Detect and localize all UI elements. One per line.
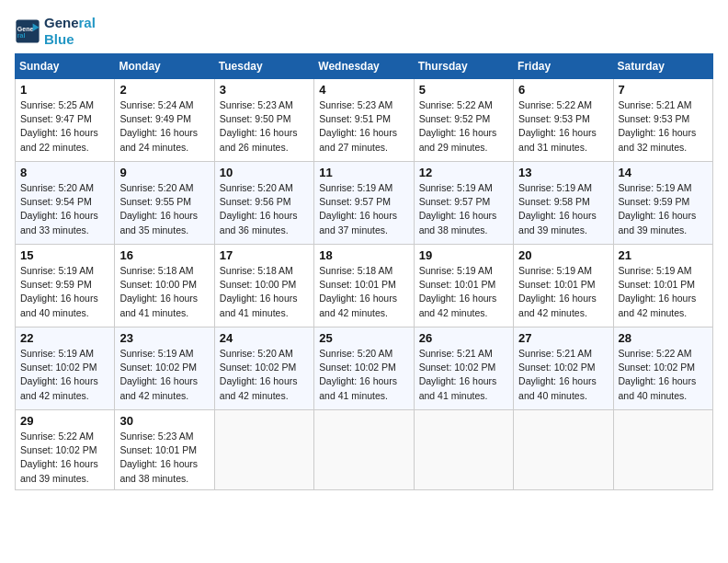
weekday-header: Saturday [613,54,712,79]
calendar-cell: 17 Sunrise: 5:18 AM Sunset: 10:00 PM Day… [214,245,313,327]
day-number: 5 [419,83,508,97]
day-number: 22 [20,331,109,345]
calendar-week-row: 29 Sunrise: 5:22 AM Sunset: 10:02 PM Day… [16,410,713,490]
weekday-header: Friday [514,54,613,79]
day-number: 28 [619,331,708,345]
calendar-cell [314,410,414,490]
day-info: Sunrise: 5:18 AM Sunset: 10:01 PM Daylig… [319,264,408,320]
day-info: Sunrise: 5:21 AM Sunset: 9:53 PM Dayligh… [619,98,708,155]
day-number: 2 [119,83,209,97]
calendar-cell: 11 Sunrise: 5:19 AM Sunset: 9:57 PM Dayl… [314,162,414,245]
weekday-header: Tuesday [214,54,313,79]
day-info: Sunrise: 5:22 AM Sunset: 9:53 PM Dayligh… [518,98,608,155]
day-number: 18 [319,248,408,262]
day-number: 14 [619,166,708,179]
day-number: 26 [419,331,508,345]
day-number: 13 [518,166,608,179]
logo-text: General Blue [44,15,96,48]
calendar: SundayMondayTuesdayWednesdayThursdayFrid… [15,53,713,490]
calendar-cell [214,410,313,490]
calendar-header-row: SundayMondayTuesdayWednesdayThursdayFrid… [16,54,713,79]
day-number: 15 [20,248,109,262]
calendar-cell: 26 Sunrise: 5:21 AM Sunset: 10:02 PM Day… [414,327,513,410]
day-number: 16 [119,248,209,262]
day-number: 21 [619,248,708,262]
weekday-header: Sunday [16,54,115,79]
day-info: Sunrise: 5:18 AM Sunset: 10:00 PM Daylig… [119,264,209,320]
svg-text:Gene: Gene [17,26,34,32]
day-number: 4 [319,83,408,97]
day-info: Sunrise: 5:23 AM Sunset: 9:50 PM Dayligh… [220,98,309,155]
day-number: 20 [518,248,608,262]
day-info: Sunrise: 5:22 AM Sunset: 10:02 PM Daylig… [20,430,109,486]
day-info: Sunrise: 5:19 AM Sunset: 10:01 PM Daylig… [419,264,508,320]
calendar-cell: 15 Sunrise: 5:19 AM Sunset: 9:59 PM Dayl… [16,245,115,327]
day-number: 7 [619,83,708,97]
calendar-cell: 10 Sunrise: 5:20 AM Sunset: 9:56 PM Dayl… [214,162,313,245]
day-info: Sunrise: 5:24 AM Sunset: 9:49 PM Dayligh… [119,98,209,155]
header: Gene ral General Blue [15,15,713,48]
day-info: Sunrise: 5:22 AM Sunset: 10:02 PM Daylig… [619,347,708,403]
day-info: Sunrise: 5:19 AM Sunset: 10:02 PM Daylig… [20,347,109,403]
day-info: Sunrise: 5:25 AM Sunset: 9:47 PM Dayligh… [20,98,109,155]
calendar-cell: 3 Sunrise: 5:23 AM Sunset: 9:50 PM Dayli… [214,79,313,162]
calendar-cell: 16 Sunrise: 5:18 AM Sunset: 10:00 PM Day… [115,245,214,327]
day-info: Sunrise: 5:20 AM Sunset: 9:55 PM Dayligh… [119,181,209,237]
calendar-cell: 5 Sunrise: 5:22 AM Sunset: 9:52 PM Dayli… [414,79,513,162]
calendar-cell: 13 Sunrise: 5:19 AM Sunset: 9:58 PM Dayl… [514,162,613,245]
calendar-cell: 8 Sunrise: 5:20 AM Sunset: 9:54 PM Dayli… [16,162,115,245]
calendar-cell [514,410,613,490]
day-number: 10 [220,166,309,179]
calendar-cell: 24 Sunrise: 5:20 AM Sunset: 10:02 PM Day… [214,327,313,410]
calendar-cell [613,410,712,490]
calendar-cell: 22 Sunrise: 5:19 AM Sunset: 10:02 PM Day… [16,327,115,410]
day-info: Sunrise: 5:19 AM Sunset: 10:02 PM Daylig… [119,347,209,403]
calendar-cell: 6 Sunrise: 5:22 AM Sunset: 9:53 PM Dayli… [514,79,613,162]
day-info: Sunrise: 5:18 AM Sunset: 10:00 PM Daylig… [220,264,309,320]
calendar-cell: 29 Sunrise: 5:22 AM Sunset: 10:02 PM Day… [16,410,115,490]
day-info: Sunrise: 5:19 AM Sunset: 9:59 PM Dayligh… [20,264,109,320]
day-info: Sunrise: 5:20 AM Sunset: 10:02 PM Daylig… [319,347,408,403]
day-info: Sunrise: 5:20 AM Sunset: 9:56 PM Dayligh… [220,181,309,237]
calendar-cell: 20 Sunrise: 5:19 AM Sunset: 10:01 PM Day… [514,245,613,327]
calendar-week-row: 1 Sunrise: 5:25 AM Sunset: 9:47 PM Dayli… [16,79,713,162]
day-info: Sunrise: 5:19 AM Sunset: 9:59 PM Dayligh… [619,181,708,237]
day-number: 8 [20,166,109,179]
calendar-cell: 18 Sunrise: 5:18 AM Sunset: 10:01 PM Day… [314,245,414,327]
weekday-header: Thursday [414,54,513,79]
day-number: 1 [20,83,109,97]
day-number: 23 [119,331,209,345]
day-number: 27 [518,331,608,345]
day-number: 29 [20,414,109,428]
calendar-week-row: 8 Sunrise: 5:20 AM Sunset: 9:54 PM Dayli… [16,162,713,245]
weekday-header: Wednesday [314,54,414,79]
day-info: Sunrise: 5:22 AM Sunset: 9:52 PM Dayligh… [419,98,508,155]
day-number: 19 [419,248,508,262]
day-info: Sunrise: 5:23 AM Sunset: 9:51 PM Dayligh… [319,98,408,155]
day-number: 11 [319,166,408,179]
calendar-week-row: 22 Sunrise: 5:19 AM Sunset: 10:02 PM Day… [16,327,713,410]
calendar-week-row: 15 Sunrise: 5:19 AM Sunset: 9:59 PM Dayl… [16,245,713,327]
day-number: 17 [220,248,309,262]
calendar-cell: 4 Sunrise: 5:23 AM Sunset: 9:51 PM Dayli… [314,79,414,162]
day-number: 30 [119,414,209,428]
logo-icon: Gene ral [15,18,40,44]
calendar-cell: 23 Sunrise: 5:19 AM Sunset: 10:02 PM Day… [115,327,214,410]
calendar-cell: 27 Sunrise: 5:21 AM Sunset: 10:02 PM Day… [514,327,613,410]
day-info: Sunrise: 5:19 AM Sunset: 10:01 PM Daylig… [619,264,708,320]
calendar-cell: 14 Sunrise: 5:19 AM Sunset: 9:59 PM Dayl… [613,162,712,245]
calendar-cell: 28 Sunrise: 5:22 AM Sunset: 10:02 PM Day… [613,327,712,410]
logo: Gene ral General Blue [15,15,96,48]
day-info: Sunrise: 5:20 AM Sunset: 9:54 PM Dayligh… [20,181,109,237]
day-number: 24 [220,331,309,345]
day-info: Sunrise: 5:19 AM Sunset: 9:57 PM Dayligh… [419,181,508,237]
calendar-cell: 19 Sunrise: 5:19 AM Sunset: 10:01 PM Day… [414,245,513,327]
day-info: Sunrise: 5:19 AM Sunset: 9:58 PM Dayligh… [518,181,608,237]
day-info: Sunrise: 5:21 AM Sunset: 10:02 PM Daylig… [518,347,608,403]
calendar-cell: 9 Sunrise: 5:20 AM Sunset: 9:55 PM Dayli… [115,162,214,245]
day-info: Sunrise: 5:19 AM Sunset: 9:57 PM Dayligh… [319,181,408,237]
calendar-cell: 30 Sunrise: 5:23 AM Sunset: 10:01 PM Day… [115,410,214,490]
calendar-cell: 25 Sunrise: 5:20 AM Sunset: 10:02 PM Day… [314,327,414,410]
day-info: Sunrise: 5:19 AM Sunset: 10:01 PM Daylig… [518,264,608,320]
day-info: Sunrise: 5:21 AM Sunset: 10:02 PM Daylig… [419,347,508,403]
